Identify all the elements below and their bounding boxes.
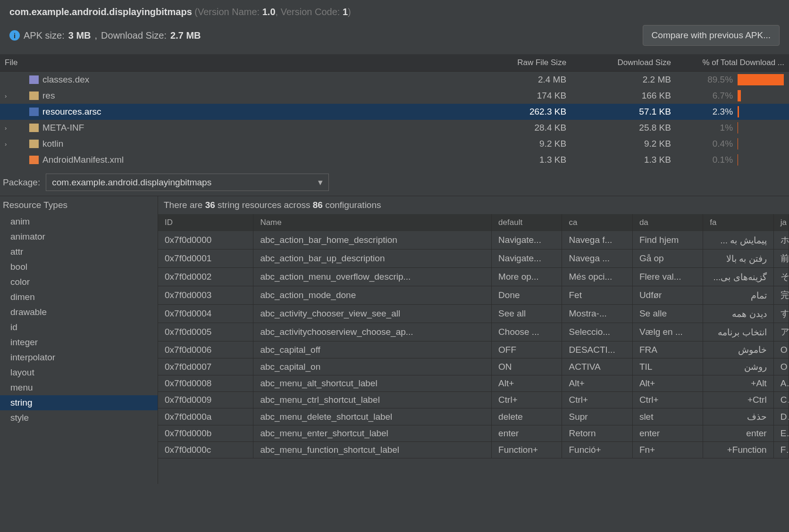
cell-name: abc_menu_function_shortcut_label: [253, 442, 492, 458]
col-ca[interactable]: ca: [562, 214, 632, 231]
cell-ja: ア: [773, 323, 789, 341]
restype-item-color[interactable]: color: [0, 274, 158, 290]
col-fa[interactable]: fa: [703, 214, 773, 231]
tree-row[interactable]: classes.dex2.4 MB2.2 MB89.5%: [0, 72, 789, 88]
cell-id: 0x7f0d0005: [158, 323, 253, 341]
tree-row[interactable]: AndroidManifest.xml1.3 KB1.3 KB0.1%: [0, 152, 789, 168]
restype-item-style[interactable]: style: [0, 410, 158, 425]
cell-da: FRA: [632, 341, 703, 358]
col-raw[interactable]: Raw File Size: [457, 54, 571, 72]
raw-size: 1.3 KB: [457, 152, 571, 168]
cell-fa: دیدن همه: [703, 305, 773, 323]
expand-icon[interactable]: ›: [5, 92, 13, 100]
package-line: com.example.android.displayingbitmaps (V…: [9, 7, 780, 17]
cell-default: enter: [492, 425, 562, 442]
download-size: 25.8 KB: [571, 120, 676, 136]
cell-ja: 前: [773, 249, 789, 268]
tree-row[interactable]: ›META-INF28.4 KB25.8 KB1%: [0, 120, 789, 136]
pct-bar: [738, 120, 789, 136]
file-name: AndroidManifest.xml: [42, 155, 124, 165]
res-row[interactable]: 0x7f0d0002abc_action_menu_overflow_descr…: [158, 268, 789, 286]
res-row[interactable]: 0x7f0d0007abc_capital_onONACTIVATILروشنO: [158, 358, 789, 375]
cell-da: TIL: [632, 358, 703, 375]
raw-size: 28.4 KB: [457, 120, 571, 136]
res-row[interactable]: 0x7f0d0004abc_activity_chooser_view_see_…: [158, 305, 789, 323]
download-size: 2.2 MB: [571, 72, 676, 88]
cell-da: Ctrl+: [632, 392, 703, 408]
restype-item-layout[interactable]: layout: [0, 365, 158, 380]
raw-size: 9.2 KB: [457, 136, 571, 152]
col-dl[interactable]: Download Size: [571, 54, 676, 72]
cell-default: Navigate...: [492, 249, 562, 268]
cell-default: delete: [492, 408, 562, 425]
res-row[interactable]: 0x7f0d000cabc_menu_function_shortcut_lab…: [158, 442, 789, 458]
cell-default: Done: [492, 286, 562, 305]
restype-item-dimen[interactable]: dimen: [0, 290, 158, 305]
res-row[interactable]: 0x7f0d0005abc_activitychooserview_choose…: [158, 323, 789, 341]
restype-item-attr[interactable]: attr: [0, 244, 158, 259]
package-dropdown[interactable]: com.example.android.displayingbitmaps ▾: [46, 174, 329, 191]
expand-icon[interactable]: ›: [5, 141, 13, 148]
restype-item-animator[interactable]: animator: [0, 229, 158, 244]
res-row[interactable]: 0x7f0d0006abc_capital_offOFFDESACTI...FR…: [158, 341, 789, 358]
cell-ja: O: [773, 341, 789, 358]
restype-item-drawable[interactable]: drawable: [0, 305, 158, 320]
cell-ja: A: [773, 375, 789, 392]
cell-default: Navigate...: [492, 231, 562, 249]
download-size: 1.3 KB: [571, 152, 676, 168]
cell-default: ON: [492, 358, 562, 375]
cell-name: abc_action_bar_home_description: [253, 231, 492, 249]
col-da[interactable]: da: [632, 214, 703, 231]
col-file[interactable]: File: [0, 54, 457, 72]
cell-fa: انتخاب برنامه: [703, 323, 773, 341]
res-row[interactable]: 0x7f0d0009abc_menu_ctrl_shortcut_labelCt…: [158, 392, 789, 408]
folder-icon: [29, 140, 39, 148]
tree-row[interactable]: ›res174 KB166 KB6.7%: [0, 88, 789, 104]
restype-item-string[interactable]: string: [0, 395, 158, 410]
cell-name: abc_menu_ctrl_shortcut_label: [253, 392, 492, 408]
col-default[interactable]: default: [492, 214, 562, 231]
cell-ca: Navega f...: [562, 231, 632, 249]
res-header-row: ID Name default ca da fa ja: [158, 214, 789, 231]
cell-fa: گزینه‌های بی...: [703, 268, 773, 286]
tree-row[interactable]: resources.arsc262.3 KB57.1 KB2.3%: [0, 104, 789, 120]
res-row[interactable]: 0x7f0d000aabc_menu_delete_shortcut_label…: [158, 408, 789, 425]
restype-item-id[interactable]: id: [0, 320, 158, 335]
file-tree-table: File Raw File Size Download Size % of To…: [0, 54, 789, 168]
col-pct[interactable]: % of Total Download ...: [676, 54, 789, 72]
cell-id: 0x7f0d000b: [158, 425, 253, 442]
res-row[interactable]: 0x7f0d0008abc_menu_alt_shortcut_labelAlt…: [158, 375, 789, 392]
cell-ja: 完: [773, 286, 789, 305]
res-row[interactable]: 0x7f0d0003abc_action_mode_doneDoneFetUdf…: [158, 286, 789, 305]
resource-types-list: animanimatorattrboolcolordimendrawableid…: [0, 214, 158, 425]
arsc-icon: [29, 108, 39, 116]
cell-ca: Retorn: [562, 425, 632, 442]
pct-bar: [738, 72, 789, 88]
restype-item-menu[interactable]: menu: [0, 380, 158, 395]
col-name[interactable]: Name: [253, 214, 492, 231]
res-row[interactable]: 0x7f0d000babc_menu_enter_shortcut_labele…: [158, 425, 789, 442]
cell-ja: Er: [773, 425, 789, 442]
restype-item-anim[interactable]: anim: [0, 214, 158, 229]
col-ja[interactable]: ja: [773, 214, 789, 231]
cell-fa: حذف: [703, 408, 773, 425]
cell-da: Gå op: [632, 249, 703, 268]
restype-item-bool[interactable]: bool: [0, 259, 158, 274]
cell-ja: D: [773, 408, 789, 425]
pct-bar: [738, 104, 789, 120]
col-id[interactable]: ID: [158, 214, 253, 231]
compare-apk-button[interactable]: Compare with previous APK...: [643, 25, 780, 46]
info-icon: i: [9, 30, 20, 41]
cell-id: 0x7f0d0006: [158, 341, 253, 358]
res-row[interactable]: 0x7f0d0000abc_action_bar_home_descriptio…: [158, 231, 789, 249]
raw-size: 262.3 KB: [457, 104, 571, 120]
resource-strings-table: ID Name default ca da fa ja 0x7f0d0000ab…: [158, 214, 789, 458]
res-row[interactable]: 0x7f0d0001abc_action_bar_up_descriptionN…: [158, 249, 789, 268]
cell-default: Choose ...: [492, 323, 562, 341]
pct-bar: [738, 88, 789, 104]
restype-item-interpolator[interactable]: interpolator: [0, 350, 158, 365]
restype-item-integer[interactable]: integer: [0, 335, 158, 350]
expand-icon[interactable]: ›: [5, 125, 13, 132]
version-info: (Version Name: 1.0, Version Code: 1): [194, 7, 351, 17]
tree-row[interactable]: ›kotlin9.2 KB9.2 KB0.4%: [0, 136, 789, 152]
